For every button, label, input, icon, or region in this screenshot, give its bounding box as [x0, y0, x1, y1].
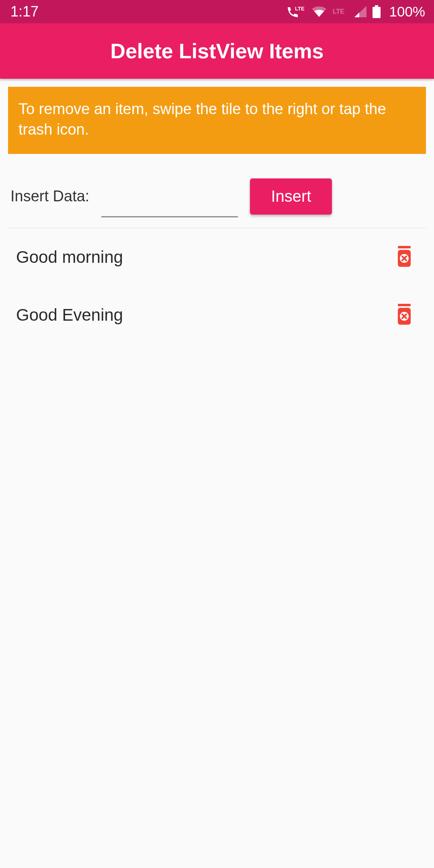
- signal-icon: [354, 6, 366, 17]
- insert-row: Insert Data: Insert: [8, 154, 426, 228]
- list-item[interactable]: Good Evening: [8, 286, 426, 344]
- svg-rect-3: [373, 7, 381, 18]
- lte-label-icon: LTE: [333, 8, 349, 16]
- battery-icon: [372, 5, 381, 18]
- svg-rect-5: [403, 246, 406, 247]
- list-item-label: Good Evening: [16, 305, 123, 325]
- wifi-icon: [311, 6, 327, 18]
- call-lte-icon: LTE: [285, 6, 305, 18]
- notice-banner: To remove an item, swipe the tile to the…: [8, 87, 426, 154]
- notice-text: To remove an item, swipe the tile to the…: [18, 100, 386, 138]
- delete-button[interactable]: [395, 246, 414, 268]
- status-right-cluster: LTE LTE: [285, 4, 425, 20]
- list-item[interactable]: Good morning: [8, 228, 426, 286]
- trash-icon: [395, 304, 414, 326]
- app-title: Delete ListView Items: [111, 39, 324, 63]
- svg-rect-9: [403, 304, 406, 305]
- insert-label: Insert Data:: [10, 188, 89, 205]
- battery-percent: 100%: [389, 4, 425, 20]
- svg-text:LTE: LTE: [333, 8, 344, 15]
- status-time: 1:17: [10, 3, 39, 20]
- app-bar: Delete ListView Items: [0, 23, 434, 79]
- status-bar: 1:17 LTE LTE: [0, 0, 434, 23]
- svg-rect-2: [375, 5, 378, 7]
- insert-button[interactable]: Insert: [250, 178, 332, 215]
- list-item-label: Good morning: [16, 248, 123, 267]
- insert-input[interactable]: [101, 192, 238, 217]
- trash-icon: [395, 246, 414, 268]
- list-view: Good morning Good Evening: [8, 228, 426, 344]
- svg-text:LTE: LTE: [295, 6, 305, 12]
- main-content: To remove an item, swipe the tile to the…: [0, 79, 434, 352]
- delete-button[interactable]: [395, 304, 414, 326]
